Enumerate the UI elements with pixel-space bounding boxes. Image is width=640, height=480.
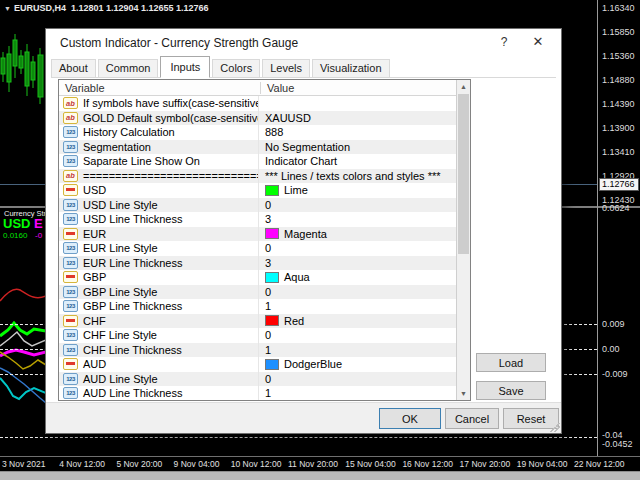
param-variable-cell: 123History Calculation [59, 125, 259, 140]
param-variable-cell: EUR [59, 227, 259, 242]
price-tick: 1.15850 [602, 27, 635, 37]
param-row[interactable]: 123EUR Line Thickness3 [59, 256, 457, 271]
param-row[interactable]: 123CHF Line Thickness1 [59, 343, 457, 358]
param-value-cell[interactable]: 1 [259, 299, 457, 314]
horizontal-scrollbar[interactable] [0, 471, 640, 480]
tab-colors[interactable]: Colors [212, 59, 260, 77]
time-label: 19 Nov 04:00 [517, 459, 568, 469]
param-value-cell[interactable]: No Segmentation [259, 140, 457, 155]
param-value: Lime [284, 184, 308, 196]
help-icon[interactable]: ? [495, 33, 513, 51]
param-value-cell[interactable]: 0 [259, 198, 457, 213]
time-label: 11 Nov 20:00 [288, 459, 338, 469]
param-row[interactable]: 123CHF Line Style0 [59, 328, 457, 343]
table-scrollbar[interactable]: ▲ ▼ [456, 80, 470, 400]
param-value: 0 [265, 286, 271, 298]
scroll-up-icon[interactable]: ▲ [457, 80, 470, 93]
param-variable-cell: GBP [59, 270, 259, 285]
param-value-cell[interactable]: 1 [259, 343, 457, 358]
time-label: 4 Nov 12:00 [59, 459, 105, 469]
param-row[interactable]: 123Saparate Line Show OnIndicator Chart [59, 154, 457, 169]
scrollbar-thumb[interactable] [458, 94, 469, 254]
param-value-cell[interactable]: Magenta [259, 227, 457, 242]
param-value-cell[interactable]: 0 [259, 285, 457, 300]
tab-levels[interactable]: Levels [262, 59, 310, 77]
param-value-cell[interactable]: DodgerBlue [259, 357, 457, 372]
tab-visualization[interactable]: Visualization [312, 59, 390, 77]
param-row[interactable]: ab============================*** Lines … [59, 169, 457, 184]
param-value-cell[interactable]: Red [259, 314, 457, 329]
param-value-cell[interactable]: Aqua [259, 270, 457, 285]
param-value-cell[interactable]: *** Lines / texts colors and styles *** [259, 169, 457, 184]
param-variable-cell: AUD [59, 357, 259, 372]
close-icon[interactable]: ✕ [529, 33, 547, 51]
dialog-titlebar[interactable]: Custom Indicator - Currency Strength Gau… [46, 29, 561, 56]
param-name: If symbols have suffix(case-sensitive) [83, 97, 259, 109]
time-axis[interactable]: 3 Nov 20214 Nov 12:005 Nov 20:009 Nov 04… [0, 459, 640, 471]
save-button[interactable]: Save [476, 381, 546, 400]
param-row[interactable]: 123USD Line Style0 [59, 198, 457, 213]
tab-inputs[interactable]: Inputs [160, 56, 210, 78]
param-row[interactable]: abGOLD Default symbol(case-sensitive)XAU… [59, 111, 457, 126]
scroll-down-icon[interactable]: ▼ [457, 387, 470, 400]
param-variable-cell: 123CHF Line Style [59, 328, 259, 343]
param-value-cell[interactable]: 0 [259, 241, 457, 256]
tab-common[interactable]: Common [98, 59, 159, 77]
param-variable-cell: CHF [59, 314, 259, 329]
color-param-icon [63, 271, 78, 283]
load-button[interactable]: Load [476, 353, 546, 372]
price-tick: 0.0624 [602, 203, 630, 213]
param-row[interactable]: EURMagenta [59, 227, 457, 242]
param-name: GBP Line Style [83, 286, 157, 298]
number-param-icon: 123 [63, 387, 78, 399]
number-param-icon: 123 [63, 257, 78, 269]
param-row[interactable]: 123EUR Line Style0 [59, 241, 457, 256]
param-value: 3 [265, 213, 271, 225]
param-row[interactable]: AUDDodgerBlue [59, 357, 457, 372]
symbol-dropdown-icon[interactable]: ▼ [4, 5, 11, 12]
indicator-usd-label: USD [3, 216, 30, 231]
param-value-cell[interactable]: 3 [259, 256, 457, 271]
time-label: 16 Nov 12:00 [402, 459, 453, 469]
param-value-cell[interactable]: XAUUSD [259, 111, 457, 126]
param-row[interactable]: abIf symbols have suffix(case-sensitive) [59, 96, 457, 111]
param-value: 3 [265, 257, 271, 269]
param-row[interactable]: 123AUD Line Style0 [59, 372, 457, 387]
indicator-usd-value: 0.0160 [3, 231, 27, 240]
param-value-cell[interactable]: 888 [259, 125, 457, 140]
param-row[interactable]: GBPAqua [59, 270, 457, 285]
ok-button[interactable]: OK [379, 408, 441, 429]
tab-about[interactable]: About [51, 59, 96, 77]
param-row[interactable]: 123GBP Line Style0 [59, 285, 457, 300]
param-value-cell[interactable] [259, 96, 457, 111]
param-value-cell[interactable]: 0 [259, 372, 457, 387]
param-row[interactable]: 123USD Line Thickness3 [59, 212, 457, 227]
param-row[interactable]: 123History Calculation888 [59, 125, 457, 140]
param-value: Red [284, 315, 304, 327]
param-variable-cell: 123CHF Line Thickness [59, 343, 259, 358]
param-variable-cell: 123EUR Line Style [59, 241, 259, 256]
gridline-neg004 [0, 437, 597, 438]
param-value-cell[interactable]: 1 [259, 386, 457, 400]
param-value-cell[interactable]: 0 [259, 328, 457, 343]
param-row[interactable]: 123GBP Line Thickness1 [59, 299, 457, 314]
cancel-button[interactable]: Cancel [445, 408, 499, 429]
param-value: 888 [265, 126, 283, 138]
price-axis[interactable]: 1.163401.158501.153601.148801.143901.139… [599, 0, 640, 456]
param-value-cell[interactable]: 3 [259, 212, 457, 227]
symbol-quote-line[interactable]: ▼EURUSD,H4 1.12801 1.12904 1.12655 1.127… [4, 3, 209, 13]
param-variable-cell: 123GBP Line Style [59, 285, 259, 300]
param-value-cell[interactable]: Indicator Chart [259, 154, 457, 169]
param-row[interactable]: 123SegmentationNo Segmentation [59, 140, 457, 155]
table-header: Variable Value [59, 80, 470, 96]
time-label: 9 Nov 04:00 [174, 459, 220, 469]
param-row[interactable]: USDLime [59, 183, 457, 198]
param-row[interactable]: 123AUD Line Thickness1 [59, 386, 457, 400]
param-value-cell[interactable]: Lime [259, 183, 457, 198]
resize-grip-icon[interactable] [550, 422, 560, 432]
param-table-body: abIf symbols have suffix(case-sensitive)… [59, 96, 457, 400]
param-row[interactable]: CHFRed [59, 314, 457, 329]
param-value: No Segmentation [265, 141, 350, 153]
current-price-badge: 1.12766 [599, 178, 639, 191]
param-name: EUR Line Thickness [83, 257, 182, 269]
